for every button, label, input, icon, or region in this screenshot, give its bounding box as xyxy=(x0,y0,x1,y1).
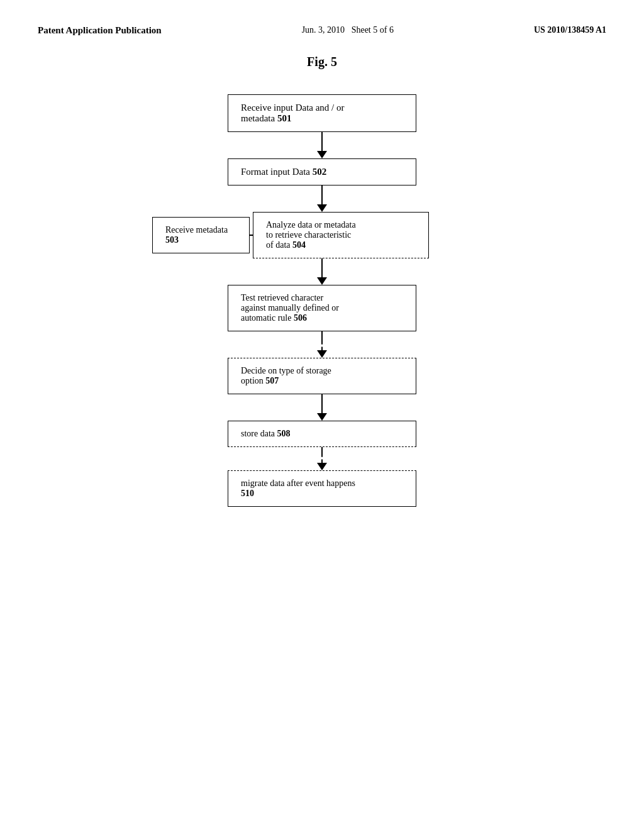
box-507-text: Decide on type of storageoption 507 xyxy=(241,366,331,385)
sheet-label: Sheet 5 of 6 xyxy=(352,25,394,35)
fig-title: Fig. 5 xyxy=(38,55,606,69)
patent-number: US 2010/138459 A1 xyxy=(534,25,606,35)
box-501: Receive input Data and / ormetadata 501 xyxy=(228,94,416,132)
box-501-text: Receive input Data and / ormetadata 501 xyxy=(241,102,345,123)
box-510: migrate data after event happens510 xyxy=(228,470,416,507)
box-507: Decide on type of storageoption 507 xyxy=(228,358,416,394)
step-508: store data 508 xyxy=(228,421,416,447)
step-510: migrate data after event happens510 xyxy=(228,470,416,507)
box-502: Format input Data 502 xyxy=(228,158,416,185)
arrowhead xyxy=(317,350,327,358)
box-506-text: Test retrieved characteragainst manually… xyxy=(241,293,339,323)
line xyxy=(321,258,323,277)
header-center: Jun. 3, 2010 Sheet 5 of 6 xyxy=(302,25,394,35)
arrow-501-502 xyxy=(317,132,327,158)
page: Patent Application Publication Jun. 3, 2… xyxy=(0,0,644,830)
line1 xyxy=(321,331,323,341)
box-508-text: store data 508 xyxy=(241,429,291,438)
box-510-text: migrate data after event happens510 xyxy=(241,479,355,498)
arrow-502-504 xyxy=(317,185,327,212)
line xyxy=(321,394,323,413)
box-504: Analyze data or metadatato retrieve char… xyxy=(253,212,429,258)
line xyxy=(321,132,323,151)
arrow-506-507 xyxy=(317,331,327,358)
arrow-507-508 xyxy=(317,394,327,421)
publication-label: Patent Application Publication xyxy=(38,25,162,36)
dashed-line xyxy=(321,453,323,463)
arrowhead xyxy=(317,151,327,158)
line1 xyxy=(321,447,323,453)
arrowhead xyxy=(317,413,327,421)
header: Patent Application Publication Jun. 3, 2… xyxy=(38,25,606,36)
dashed-line xyxy=(321,341,323,350)
arrow-508-510 xyxy=(317,447,327,470)
step-504-row: Receive metadata503 Analyze data or meta… xyxy=(133,212,511,258)
arrowhead xyxy=(317,204,327,212)
arrow-504-506 xyxy=(317,258,327,285)
box-506: Test retrieved characteragainst manually… xyxy=(228,285,416,331)
arrowhead xyxy=(317,277,327,285)
step-506: Test retrieved characteragainst manually… xyxy=(228,285,416,331)
arrowhead xyxy=(317,463,327,470)
flowchart: Receive input Data and / ormetadata 501 … xyxy=(38,94,606,507)
box-503-text: Receive metadata503 xyxy=(165,225,228,245)
box-502-text: Format input Data 502 xyxy=(241,167,326,177)
box-508: store data 508 xyxy=(228,421,416,447)
step-502: Format input Data 502 xyxy=(228,158,416,185)
box-504-text: Analyze data or metadatato retrieve char… xyxy=(266,220,356,250)
step-507: Decide on type of storageoption 507 xyxy=(228,358,416,394)
date-label: Jun. 3, 2010 xyxy=(302,25,345,35)
box-503: Receive metadata503 xyxy=(152,217,250,253)
step-501: Receive input Data and / ormetadata 501 xyxy=(228,94,416,132)
line xyxy=(321,185,323,204)
